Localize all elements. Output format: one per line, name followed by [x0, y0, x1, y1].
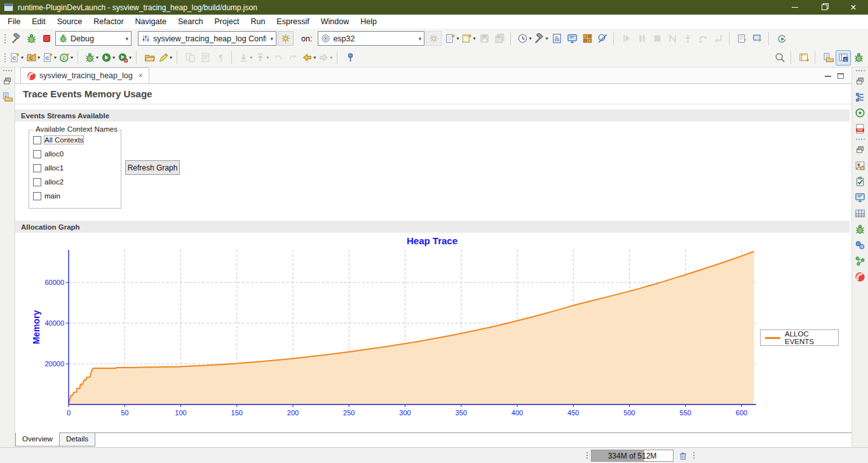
next-annotation-button: ▾: [237, 50, 254, 66]
restore-view-button[interactable]: [854, 74, 867, 87]
menu-file[interactable]: File: [2, 16, 26, 27]
mark-occurrences-button[interactable]: ▾: [157, 50, 173, 66]
debug-perspective-button[interactable]: [851, 50, 866, 66]
launch-config-combo[interactable]: sysview_tracing_heap_log Configu ▾: [138, 31, 276, 46]
resource-perspective-button[interactable]: [820, 50, 836, 66]
pdf-view-button[interactable]: PDF: [854, 122, 867, 135]
skip-breakpoints-button[interactable]: [595, 31, 610, 46]
restore-view-button[interactable]: [1, 74, 14, 87]
tab-overview[interactable]: Overview: [15, 432, 60, 446]
new-make-target-button[interactable]: C▾: [25, 50, 41, 66]
breakpoints-view-button[interactable]: [854, 106, 867, 119]
minimize-view-button[interactable]: [825, 76, 831, 77]
arrdown-icon: [238, 52, 249, 63]
checkbox-icon: [33, 150, 41, 158]
checkbox-label: main: [44, 192, 60, 200]
svg-text:350: 350: [456, 409, 467, 417]
svg-text:010: 010: [554, 39, 559, 42]
svg-text:Heap Trace: Heap Trace: [407, 235, 458, 246]
binary-file-button[interactable]: 01010: [549, 31, 564, 46]
minimize-icon: [792, 7, 798, 8]
edit-config-button[interactable]: [278, 31, 294, 46]
memory-view-button[interactable]: [854, 238, 867, 251]
espressif-view-button[interactable]: [854, 270, 867, 283]
image-view-button[interactable]: [854, 159, 867, 172]
heap-trace-button[interactable]: [580, 31, 595, 46]
menu-refactor[interactable]: Refactor: [88, 16, 129, 27]
stepreturn-icon: [713, 33, 724, 44]
debug-view-button[interactable]: [854, 223, 867, 235]
menu-navigate[interactable]: Navigate: [130, 16, 172, 27]
target-combo[interactable]: esp32 ▾: [318, 31, 424, 46]
tab-details[interactable]: Details: [60, 433, 95, 446]
terminate-button[interactable]: [39, 31, 54, 46]
profile-button[interactable]: ▾: [116, 50, 133, 66]
checkbox-icon: [33, 164, 41, 172]
menu-run[interactable]: Run: [245, 16, 271, 27]
context-checkbox-all-contexts[interactable]: All Contexts: [33, 135, 119, 144]
switch-console-button[interactable]: [750, 31, 765, 46]
group-legend: Available Context Names: [34, 125, 119, 133]
menu-edit[interactable]: Edit: [26, 16, 51, 27]
menu-window[interactable]: Window: [315, 16, 355, 27]
secondary-toolbar: C▾C▾C▾C▾▾▾▾▾¶▾▾▾▾ C: [0, 48, 868, 67]
menu-project[interactable]: Project: [209, 16, 245, 27]
context-checkbox-main[interactable]: main: [33, 191, 119, 200]
c-cpp-perspective-button[interactable]: C: [836, 50, 851, 66]
context-checkbox-list: All Contextsalloc0alloc1alloc2main: [32, 135, 119, 205]
back-button[interactable]: ▾: [301, 50, 317, 66]
refresh-graph-button[interactable]: Refresh Graph: [125, 160, 180, 175]
menu-espressif[interactable]: Espressif: [271, 16, 315, 27]
close-button[interactable]: ×: [839, 0, 868, 15]
chart-legend: ALLOC EVENTS: [760, 329, 839, 346]
tasks-view-button[interactable]: [854, 175, 867, 188]
step-over-button: [695, 31, 710, 46]
search-button[interactable]: [772, 50, 787, 66]
debug-attach-button[interactable]: [24, 31, 39, 46]
context-checkbox-alloc2[interactable]: alloc2: [33, 177, 119, 186]
debug-history-button[interactable]: ▾: [516, 31, 532, 46]
plugin-registry-view-button[interactable]: [854, 254, 867, 267]
svg-text:C: C: [13, 55, 17, 61]
svg-text:PDF: PDF: [857, 128, 863, 132]
perspres-icon: [823, 52, 834, 63]
restore-button[interactable]: [810, 0, 839, 15]
restart-button[interactable]: [774, 31, 789, 46]
run-button[interactable]: ▾: [100, 50, 116, 66]
menu-help[interactable]: Help: [355, 16, 383, 27]
build-button[interactable]: [8, 31, 24, 46]
target-icon: [321, 34, 330, 43]
new-c-project-button[interactable]: C▾: [8, 50, 25, 66]
context-checkbox-alloc0[interactable]: alloc0: [33, 149, 119, 158]
tab-close-icon[interactable]: ×: [139, 71, 143, 80]
pin-console-button[interactable]: [735, 31, 750, 46]
restore-view-button-2[interactable]: [854, 143, 867, 156]
debug-button[interactable]: ▾: [83, 50, 100, 66]
build-active-button[interactable]: ▾: [532, 31, 549, 46]
playgreen-icon: [101, 52, 112, 63]
pin-editor-button[interactable]: [342, 50, 358, 66]
menu-search[interactable]: Search: [172, 16, 209, 27]
greenC-icon: C: [59, 52, 70, 63]
new-menu-button[interactable]: ▾: [460, 31, 477, 46]
menu-source[interactable]: Source: [51, 16, 88, 27]
step-into-button: [680, 31, 695, 46]
editor-tab[interactable]: sysview_tracing_heap_log ×: [20, 67, 149, 83]
open-resource-button[interactable]: [142, 50, 157, 66]
maximize-view-button[interactable]: [837, 73, 844, 79]
project-explorer-button[interactable]: [1, 90, 14, 103]
toolbar-separator: [177, 52, 180, 64]
open-perspective-button[interactable]: [796, 50, 811, 66]
context-checkbox-alloc1[interactable]: alloc1: [33, 163, 119, 172]
minimize-button[interactable]: [780, 0, 810, 15]
debug-mode-combo[interactable]: Debug ▾: [55, 31, 132, 46]
heap-status-text: 334M of 512M: [592, 450, 673, 461]
new-source-file-button[interactable]: C▾: [41, 50, 58, 66]
terminal-button[interactable]: [564, 31, 580, 46]
outline-view-button[interactable]: [854, 90, 867, 103]
console-view-button[interactable]: [854, 191, 867, 204]
new-wizard-button[interactable]: ▾: [444, 31, 460, 46]
garbage-collect-button[interactable]: [676, 450, 690, 462]
new-connection-button[interactable]: C▾: [58, 50, 74, 66]
properties-view-button[interactable]: [854, 207, 867, 219]
